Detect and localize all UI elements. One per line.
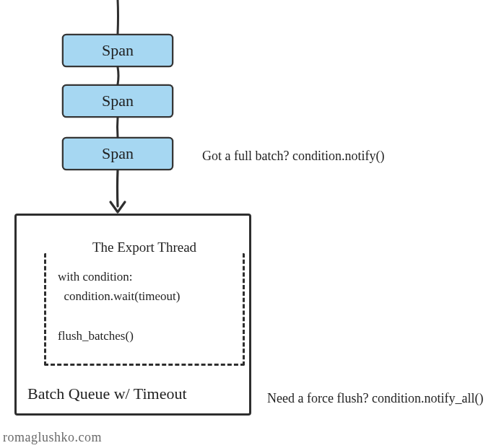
span-label: Span — [102, 43, 134, 58]
span-box: Span — [62, 34, 173, 67]
arrow-into-queue — [107, 170, 129, 215]
span-label: Span — [102, 146, 134, 162]
span-label: Span — [102, 93, 134, 109]
connector — [115, 67, 122, 84]
batch-queue-box: The Export Thread with condition: condit… — [14, 214, 251, 416]
connector — [115, 118, 122, 137]
arrow-in — [115, 0, 122, 35]
export-thread-code: with condition: condition.wait(timeout) … — [58, 267, 181, 346]
span-box: Span — [62, 84, 173, 118]
diagram-canvas: Span Span Span Got a full batch? conditi… — [0, 0, 491, 448]
batch-queue-title: Batch Queue w/ Timeout — [27, 385, 187, 403]
annotation-full-batch: Got a full batch? condition.notify() — [202, 147, 384, 164]
export-thread-frame: The Export Thread with condition: condit… — [44, 253, 245, 366]
attribution: romaglushko.com — [3, 430, 102, 445]
annotation-force-flush: Need a force flush? condition.notify_all… — [267, 390, 483, 407]
export-thread-title: The Export Thread — [46, 240, 243, 255]
span-box: Span — [62, 137, 173, 170]
